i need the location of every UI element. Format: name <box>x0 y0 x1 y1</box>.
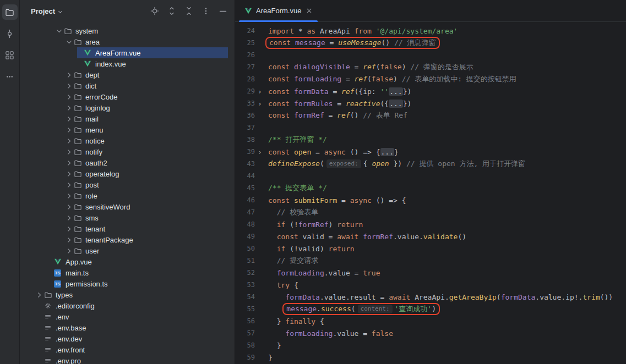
code-line-24[interactable]: 24import * as AreaApi from '@/api/system… <box>235 25 626 37</box>
chevron-right-icon[interactable] <box>64 104 74 112</box>
chevron-right-icon[interactable] <box>64 214 74 222</box>
code-line-55[interactable]: 55 message.success(content:'查询成功') <box>235 303 626 315</box>
commit-tool-icon[interactable] <box>2 26 18 41</box>
tree-item-notify[interactable]: notify <box>20 146 235 157</box>
gutter[interactable]: 51 <box>235 257 266 264</box>
gutter[interactable]: 53 <box>235 281 266 289</box>
gutter[interactable]: 37 <box>235 124 266 131</box>
code-line-49[interactable]: 49 const valid = await formRef.value.val… <box>235 230 626 242</box>
gutter[interactable]: 25 <box>235 39 266 47</box>
chevron-right-icon[interactable] <box>64 203 74 211</box>
code-line-28[interactable]: 28const formLoading = ref(false) // 表单的加… <box>235 73 626 85</box>
tree-item-index-vue[interactable]: index.vue <box>20 58 235 69</box>
gutter[interactable]: 45 <box>235 184 266 192</box>
chevron-right-icon[interactable] <box>64 82 74 90</box>
gutter[interactable]: 55 <box>235 305 266 313</box>
tree-item-main-ts[interactable]: TSmain.ts <box>20 267 235 278</box>
chevron-right-icon[interactable] <box>64 115 74 123</box>
tree-item-env-base[interactable]: .env.base <box>20 322 235 333</box>
gutter[interactable]: 29› <box>235 87 266 96</box>
gutter[interactable]: 27 <box>235 63 266 71</box>
chevron-right-icon[interactable] <box>64 181 74 189</box>
more-tool-icon[interactable] <box>2 69 18 84</box>
tree-item-oauth2[interactable]: oauth2 <box>20 157 235 168</box>
code-line-33[interactable]: 33›const formRules = reactive({...}) <box>235 97 626 109</box>
tree-item-post[interactable]: post <box>20 179 235 190</box>
code-line-39[interactable]: 39›const open = async () => {...} <box>235 146 626 158</box>
tree-item-env[interactable]: .env <box>20 311 235 322</box>
chevron-right-icon[interactable] <box>34 291 44 299</box>
tree-item-mail[interactable]: mail <box>20 113 235 124</box>
locate-icon[interactable] <box>150 6 160 16</box>
code-line-56[interactable]: 56 } finally { <box>235 315 626 327</box>
chevron-right-icon[interactable] <box>64 159 74 167</box>
code-line-46[interactable]: 46const submitForm = async () => { <box>235 194 626 206</box>
gutter[interactable]: 59 <box>235 354 266 361</box>
tree-item-editorconfig[interactable]: .editorconfig <box>20 300 235 311</box>
tree-item-sensitiveWord[interactable]: sensitiveWord <box>20 201 235 212</box>
chevron-right-icon[interactable] <box>64 126 74 134</box>
code-line-37[interactable]: 37 <box>235 122 626 134</box>
gutter[interactable]: 38 <box>235 136 266 144</box>
hide-icon[interactable] <box>218 6 228 16</box>
gutter[interactable]: 43 <box>235 160 266 168</box>
gutter[interactable]: 44 <box>235 172 266 180</box>
code-line-25[interactable]: 25const message = useMessage() // 消息弹窗 <box>235 37 626 49</box>
tree-item-menu[interactable]: menu <box>20 124 235 135</box>
tree-item-operatelog[interactable]: operatelog <box>20 168 235 179</box>
gutter[interactable]: 28 <box>235 75 266 83</box>
gutter[interactable]: 48 <box>235 220 266 228</box>
code-line-58[interactable]: 58 } <box>235 339 626 351</box>
tree-item-env-front[interactable]: .env.front <box>20 344 235 355</box>
code-line-47[interactable]: 47 // 校验表单 <box>235 206 626 218</box>
expand-icon[interactable] <box>167 6 177 16</box>
gutter[interactable]: 33› <box>235 100 266 108</box>
project-tool-icon[interactable] <box>2 4 18 20</box>
code-line-54[interactable]: 54 formData.value.result = await AreaApi… <box>235 291 626 303</box>
gutter[interactable]: 58 <box>235 341 266 349</box>
tree-item-App-vue[interactable]: App.vue <box>20 256 235 267</box>
code-area[interactable]: 24import * as AreaApi from '@/api/system… <box>235 22 626 364</box>
gutter[interactable]: 49 <box>235 233 266 240</box>
chevron-right-icon[interactable] <box>64 93 74 101</box>
code-line-52[interactable]: 52 formLoading.value = true <box>235 267 626 279</box>
code-line-43[interactable]: 43defineExpose(exposed:{ open }) // 提供 o… <box>235 158 626 170</box>
chevron-right-icon[interactable] <box>64 148 74 156</box>
tree-item-types[interactable]: types <box>20 289 235 300</box>
tree-item-permission-ts[interactable]: TSpermission.ts <box>20 278 235 289</box>
code-line-38[interactable]: 38/** 打开弹窗 */ <box>235 134 626 146</box>
gutter[interactable]: 50 <box>235 245 266 252</box>
tree-item-env-dev[interactable]: .env.dev <box>20 333 235 344</box>
chevron-right-icon[interactable] <box>64 236 74 244</box>
chevron-right-icon[interactable] <box>64 247 74 255</box>
tree-item-env-pro[interactable]: .env.pro <box>20 355 235 364</box>
chevron-right-icon[interactable] <box>64 225 74 233</box>
gutter[interactable]: 36 <box>235 112 266 119</box>
code-line-44[interactable]: 44 <box>235 170 626 182</box>
chevron-right-icon[interactable] <box>64 170 74 178</box>
gutter[interactable]: 39› <box>235 148 266 156</box>
code-line-53[interactable]: 53 try { <box>235 279 626 291</box>
tree-item-role[interactable]: role <box>20 190 235 201</box>
tree-item-loginlog[interactable]: loginlog <box>20 102 235 113</box>
gutter[interactable]: 52 <box>235 269 266 277</box>
gutter[interactable]: 47 <box>235 208 266 216</box>
code-line-26[interactable]: 26 <box>235 49 626 61</box>
code-line-36[interactable]: 36const formRef = ref() // 表单 Ref <box>235 109 626 122</box>
code-line-57[interactable]: 57 formLoading.value = false <box>235 327 626 339</box>
chevron-right-icon[interactable] <box>64 192 74 200</box>
gutter[interactable]: 24 <box>235 27 266 35</box>
tree-item-AreaForm-vue[interactable]: AreaForm.vue <box>20 47 235 58</box>
code-line-51[interactable]: 51 // 提交请求 <box>235 255 626 267</box>
tree-item-tenantPackage[interactable]: tenantPackage <box>20 234 235 245</box>
code-line-27[interactable]: 27const dialogVisible = ref(false) // 弹窗… <box>235 61 626 73</box>
fold-marker-icon[interactable]: › <box>255 87 265 96</box>
gutter[interactable]: 46 <box>235 196 266 204</box>
code-line-59[interactable]: 59} <box>235 351 626 363</box>
gutter[interactable]: 56 <box>235 317 266 325</box>
tree-item-errorCode[interactable]: errorCode <box>20 91 235 102</box>
chevron-right-icon[interactable] <box>64 137 74 145</box>
kebab-icon[interactable] <box>201 6 211 16</box>
tree-item-area[interactable]: area <box>20 36 235 47</box>
close-icon[interactable] <box>306 8 312 14</box>
